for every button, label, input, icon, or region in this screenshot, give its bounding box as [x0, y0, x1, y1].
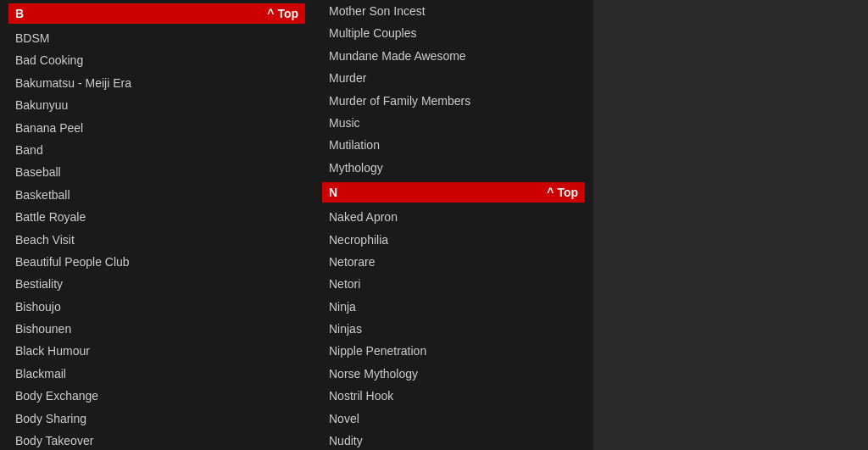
list-item[interactable]: Netori — [322, 273, 585, 295]
list-item[interactable]: Beach Visit — [8, 229, 305, 251]
list-item[interactable]: Black Humour — [8, 340, 305, 362]
list-item[interactable]: Multiple Couples — [322, 22, 585, 44]
b-section-letter: B — [15, 7, 24, 20]
right-top-list: Mother Son IncestMultiple CouplesMundane… — [322, 0, 585, 179]
list-item[interactable]: Ninja — [322, 296, 585, 318]
list-item[interactable]: BDSM — [8, 27, 305, 49]
list-item[interactable]: Nostril Hook — [322, 385, 585, 407]
right-n-list: Naked ApronNecrophiliaNetorareNetoriNinj… — [322, 206, 585, 450]
list-item[interactable]: Nudity — [322, 430, 585, 450]
list-item[interactable]: Murder — [322, 67, 585, 89]
list-item[interactable]: Mundane Made Awesome — [322, 45, 585, 67]
list-item[interactable]: Banana Peel — [8, 117, 305, 139]
list-item[interactable]: Netorare — [322, 251, 585, 273]
list-item[interactable]: Bakumatsu - Meiji Era — [8, 72, 305, 94]
list-item[interactable]: Bad Cooking — [8, 49, 305, 71]
b-section-header[interactable]: B ^ Top — [8, 3, 305, 24]
list-item[interactable]: Necrophilia — [322, 229, 585, 251]
list-item[interactable]: Body Exchange — [8, 385, 305, 407]
right-column: Mother Son IncestMultiple CouplesMundane… — [314, 0, 593, 450]
list-item[interactable]: Basketball — [8, 184, 305, 206]
list-item[interactable]: Body Sharing — [8, 408, 305, 430]
list-item[interactable]: Naked Apron — [322, 206, 585, 228]
n-top-link[interactable]: ^ Top — [547, 186, 578, 199]
list-item[interactable]: Bestiality — [8, 273, 305, 295]
right-sidebar — [593, 0, 868, 450]
list-item[interactable]: Baseball — [8, 161, 305, 183]
list-item[interactable]: Novel — [322, 408, 585, 430]
b-top-link[interactable]: ^ Top — [267, 7, 298, 20]
list-item[interactable]: Blackmail — [8, 363, 305, 385]
list-item[interactable]: Body Takeover — [8, 430, 305, 450]
n-section-header[interactable]: N ^ Top — [322, 182, 585, 203]
list-item[interactable]: Murder of Family Members — [322, 90, 585, 112]
list-item[interactable]: Band — [8, 139, 305, 161]
n-section-letter: N — [329, 186, 337, 199]
list-item[interactable]: Mother Son Incest — [322, 0, 585, 22]
list-item[interactable]: Norse Mythology — [322, 363, 585, 385]
left-column: B ^ Top BDSMBad CookingBakumatsu - Meiji… — [0, 0, 314, 450]
list-item[interactable]: Nipple Penetration — [322, 340, 585, 362]
list-item[interactable]: Battle Royale — [8, 206, 305, 228]
list-item[interactable]: Bakunyuu — [8, 94, 305, 116]
list-item[interactable]: Bishounen — [8, 318, 305, 340]
left-items-list: BDSMBad CookingBakumatsu - Meiji EraBaku… — [8, 27, 305, 450]
list-item[interactable]: Music — [322, 112, 585, 134]
list-item[interactable]: Bishoujo — [8, 296, 305, 318]
list-item[interactable]: Beautiful People Club — [8, 251, 305, 273]
list-item[interactable]: Mythology — [322, 157, 585, 179]
list-item[interactable]: Ninjas — [322, 318, 585, 340]
list-item[interactable]: Mutilation — [322, 134, 585, 156]
